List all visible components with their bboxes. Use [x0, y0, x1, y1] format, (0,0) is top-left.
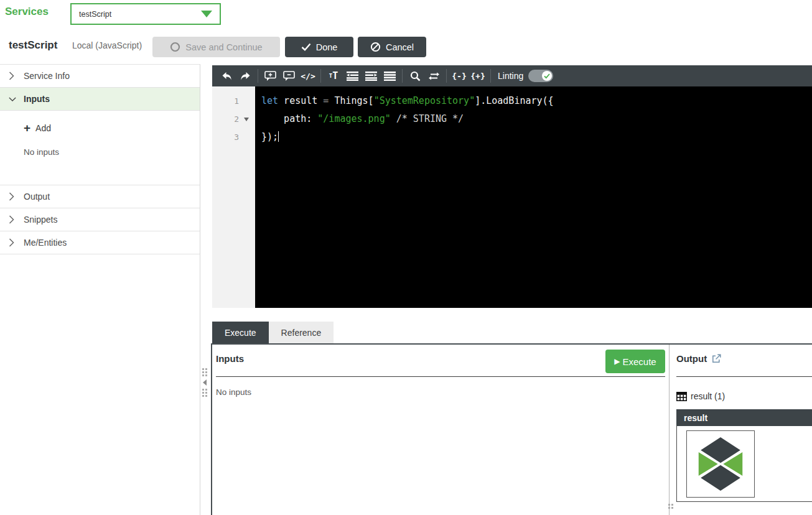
line-number: 2	[212, 110, 255, 128]
remove-comment-icon[interactable]	[280, 68, 299, 84]
sidebar-item-output[interactable]: Output	[0, 185, 200, 208]
code-line-2: path: "/images.png" /* STRING */	[261, 110, 812, 128]
services-heading: Services	[5, 6, 49, 18]
format-lines-icon[interactable]	[380, 68, 399, 84]
linting-control: Linting	[498, 70, 553, 82]
shift-left-icon[interactable]	[343, 68, 362, 84]
chevron-right-icon	[9, 238, 16, 247]
code-area[interactable]: 1 2 3 let result = Things["SystemReposit…	[212, 86, 812, 308]
collapse-arrow-icon	[203, 379, 207, 386]
bottom-tab-bar: Execute Reference	[212, 322, 334, 343]
redo-icon[interactable]	[236, 68, 254, 84]
execute-panel: Inputs ▶ Execute No inputs Output result…	[211, 343, 812, 515]
check-icon	[301, 43, 311, 51]
divider	[216, 376, 665, 377]
code-line-3: });	[261, 128, 812, 146]
fold-arrow-icon[interactable]	[244, 118, 249, 121]
code-pane[interactable]: let result = Things["SystemRepository"].…	[255, 86, 812, 308]
open-in-new-window-icon[interactable]	[712, 354, 721, 363]
result-infotable-link[interactable]: result (1)	[676, 391, 725, 401]
add-comment-icon[interactable]	[261, 68, 280, 84]
text-cursor	[278, 131, 279, 142]
save-circle-icon	[170, 42, 180, 52]
done-button[interactable]: Done	[285, 37, 353, 57]
chevron-down-icon	[201, 11, 212, 17]
save-and-continue-button[interactable]: Save and Continue	[152, 37, 280, 57]
toolbar-separator	[402, 69, 403, 83]
line-number-gutter: 1 2 3	[212, 86, 255, 308]
sidebar-inputs-body: + Add No inputs	[0, 111, 200, 185]
expand-braces-icon[interactable]: {+}	[469, 68, 487, 84]
script-editor: </> TT {-} {+} Linting	[212, 65, 812, 308]
sidebar-item-snippets[interactable]: Snippets	[0, 208, 200, 231]
linting-label: Linting	[498, 71, 523, 81]
toolbar-separator	[320, 69, 321, 83]
undo-icon[interactable]	[217, 68, 236, 84]
chevron-right-icon	[9, 72, 16, 80]
panel-splitter-handle[interactable]	[202, 368, 207, 397]
replace-icon[interactable]	[424, 68, 443, 84]
sidebar-no-inputs-message: No inputs	[0, 147, 200, 157]
cancel-icon	[370, 42, 381, 52]
add-input-button[interactable]: + Add	[0, 122, 200, 134]
divider	[676, 376, 812, 377]
sidebar-item-service-info[interactable]: Service Info	[0, 65, 200, 88]
service-select-dropdown[interactable]: testScript	[70, 3, 221, 25]
shift-right-icon[interactable]	[362, 68, 380, 84]
plus-icon: +	[24, 122, 30, 134]
toolbar-separator	[258, 69, 258, 83]
tab-reference[interactable]: Reference	[269, 322, 334, 343]
service-editor-page: Services testScript testScript Local (Ja…	[0, 0, 812, 515]
output-heading: Output	[676, 353, 721, 364]
table-icon	[676, 392, 687, 401]
output-pane: Output result (1) result	[670, 345, 812, 515]
editor-toolbar: </> TT {-} {+} Linting	[212, 65, 812, 86]
service-select-value: testScript	[79, 10, 201, 19]
inputs-heading: Inputs	[216, 353, 244, 364]
line-number: 1	[212, 92, 255, 110]
chevron-right-icon	[9, 192, 16, 201]
result-image-thumbnail[interactable]	[686, 430, 755, 498]
code-format-icon[interactable]: </>	[299, 68, 317, 84]
result-cell	[676, 426, 812, 502]
chevron-down-icon	[9, 96, 16, 102]
no-inputs-message: No inputs	[216, 387, 251, 397]
sidebar-item-me-entities[interactable]: Me/Entities	[0, 231, 200, 254]
page-subtitle: Local (JavaScript)	[72, 40, 142, 50]
toggle-knob	[542, 71, 552, 81]
line-number: 3	[212, 128, 255, 146]
linting-toggle[interactable]	[528, 70, 553, 82]
font-size-icon[interactable]: TT	[324, 68, 343, 84]
toolbar-separator	[446, 69, 447, 83]
tab-execute[interactable]: Execute	[212, 322, 269, 343]
sidebar: Service Info Inputs + Add No inputs Outp…	[0, 64, 200, 515]
result-table: result	[676, 409, 812, 502]
page-title: testScript	[9, 39, 57, 52]
code-line-1: let result = Things["SystemRepository"].…	[261, 92, 812, 110]
collapse-braces-icon[interactable]: {-}	[450, 68, 469, 84]
execute-button[interactable]: ▶ Execute	[605, 350, 665, 373]
thingworx-logo-image	[693, 437, 748, 491]
cancel-button[interactable]: Cancel	[358, 37, 426, 57]
output-splitter-handle[interactable]	[668, 504, 673, 509]
play-icon: ▶	[614, 357, 620, 366]
service-title-row: testScript Local (JavaScript) Save and C…	[0, 35, 812, 60]
chevron-right-icon	[9, 215, 16, 224]
sidebar-item-inputs[interactable]: Inputs	[0, 88, 200, 111]
inputs-pane: Inputs ▶ Execute No inputs	[212, 345, 670, 515]
result-column-header: result	[676, 409, 812, 426]
toolbar-separator	[490, 69, 491, 83]
search-icon[interactable]	[406, 68, 424, 84]
